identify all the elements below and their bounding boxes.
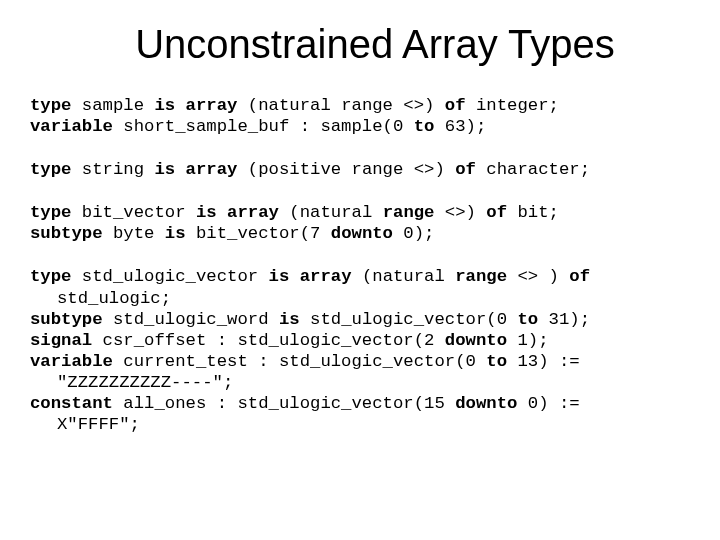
- code-text: string: [71, 160, 154, 179]
- kw-subtype: subtype: [30, 310, 103, 329]
- code-text: 13) :=: [507, 352, 580, 371]
- code-text: all_ones : std_ulogic_vector(15: [113, 394, 455, 413]
- kw-downto: downto: [331, 224, 393, 243]
- kw-is: is: [165, 224, 186, 243]
- code-text: 31);: [538, 310, 590, 329]
- code-text: current_test : std_ulogic_vector(0: [113, 352, 486, 371]
- kw-type: type: [30, 96, 71, 115]
- code-text: std_ulogic;: [30, 289, 171, 308]
- kw-is: is: [269, 267, 290, 286]
- code-text: <>): [435, 203, 487, 222]
- code-text: X"FFFF";: [30, 415, 140, 434]
- kw-is: is: [154, 160, 175, 179]
- code-block-3: type bit_vector is array (natural range …: [30, 202, 690, 244]
- kw-of: of: [445, 96, 466, 115]
- kw-range: range: [455, 267, 507, 286]
- kw-type: type: [30, 203, 71, 222]
- code-text: "ZZZZZZZZZZ----";: [30, 373, 233, 392]
- code-text: (natural range <>): [237, 96, 444, 115]
- kw-range: range: [383, 203, 435, 222]
- kw-to: to: [517, 310, 538, 329]
- kw-array: array: [186, 160, 238, 179]
- code-text: 1);: [507, 331, 548, 350]
- kw-is: is: [279, 310, 300, 329]
- kw-signal: signal: [30, 331, 92, 350]
- code-text: bit_vector(7: [186, 224, 331, 243]
- kw-array: array: [186, 96, 238, 115]
- code-text: integer;: [466, 96, 559, 115]
- code-text: 0) :=: [517, 394, 579, 413]
- code-text: [175, 96, 185, 115]
- code-text: bit_vector: [71, 203, 195, 222]
- kw-of: of: [569, 267, 590, 286]
- code-text: csr_offset : std_ulogic_vector(2: [92, 331, 445, 350]
- code-text: (natural: [279, 203, 383, 222]
- code-text: byte: [103, 224, 165, 243]
- kw-of: of: [486, 203, 507, 222]
- kw-downto: downto: [445, 331, 507, 350]
- code-block-2: type string is array (positive range <>)…: [30, 159, 690, 180]
- kw-is: is: [196, 203, 217, 222]
- kw-constant: constant: [30, 394, 113, 413]
- code-block-4: type std_ulogic_vector is array (natural…: [30, 266, 690, 435]
- kw-of: of: [455, 160, 476, 179]
- slide-title: Unconstrained Array Types: [30, 22, 690, 67]
- code-block-1: type sample is array (natural range <>) …: [30, 95, 690, 137]
- code-text: 0);: [393, 224, 434, 243]
- kw-type: type: [30, 160, 71, 179]
- kw-is: is: [154, 96, 175, 115]
- code-text: (positive range <>): [237, 160, 455, 179]
- code-text: [289, 267, 299, 286]
- kw-array: array: [300, 267, 352, 286]
- kw-type: type: [30, 267, 71, 286]
- kw-array: array: [227, 203, 279, 222]
- slide: Unconstrained Array Types type sample is…: [0, 0, 720, 540]
- code-text: [217, 203, 227, 222]
- kw-variable: variable: [30, 117, 113, 136]
- code-text: (natural: [352, 267, 456, 286]
- code-text: character;: [476, 160, 590, 179]
- kw-subtype: subtype: [30, 224, 103, 243]
- kw-downto: downto: [455, 394, 517, 413]
- code-text: std_ulogic_vector: [71, 267, 268, 286]
- kw-variable: variable: [30, 352, 113, 371]
- code-text: bit;: [507, 203, 559, 222]
- code-text: std_ulogic_word: [103, 310, 279, 329]
- code-text: sample: [71, 96, 154, 115]
- kw-to: to: [486, 352, 507, 371]
- kw-to: to: [414, 117, 435, 136]
- code-text: 63);: [434, 117, 486, 136]
- code-text: [175, 160, 185, 179]
- code-text: <> ): [507, 267, 569, 286]
- code-text: short_sample_buf : sample(0: [113, 117, 414, 136]
- code-text: std_ulogic_vector(0: [300, 310, 518, 329]
